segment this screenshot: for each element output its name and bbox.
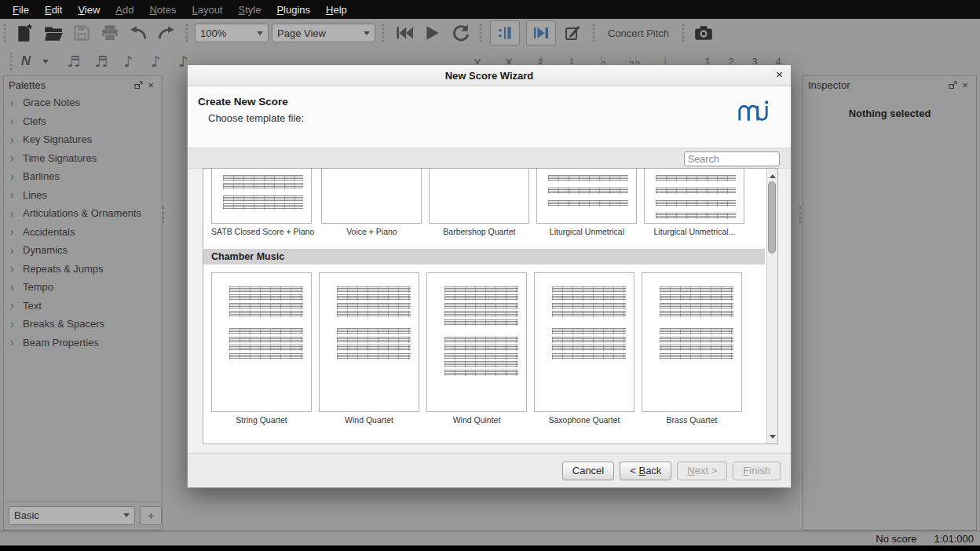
template-thumbnail bbox=[645, 169, 744, 219]
expand-chevron-icon: › bbox=[10, 299, 23, 312]
template-item[interactable]: Liturgical Unmetrical bbox=[536, 169, 637, 236]
close-panel-icon[interactable]: × bbox=[959, 78, 971, 91]
palette-item[interactable]: › Articulations & Ornaments bbox=[4, 204, 162, 223]
musescore-logo bbox=[736, 96, 770, 124]
note-input-button[interactable]: N bbox=[16, 53, 36, 69]
play-repeats-toggle[interactable] bbox=[490, 20, 520, 46]
scrollbar[interactable] bbox=[766, 169, 777, 443]
toolbar-grip bbox=[2, 24, 7, 42]
template-item[interactable]: String Quartet bbox=[211, 272, 312, 425]
palette-item[interactable]: › Dynamics bbox=[4, 241, 162, 260]
workspace-row: Basic + bbox=[4, 502, 162, 528]
note-16th-icon[interactable]: ♪ bbox=[115, 53, 142, 70]
menu-item[interactable]: Layout bbox=[184, 2, 230, 18]
template-list: SATB Closed Score + Piano Voice + Piano … bbox=[203, 168, 778, 444]
view-mode-value: Page View bbox=[277, 27, 326, 39]
toolbar-grip bbox=[591, 24, 596, 42]
palette-item[interactable]: › Barlines bbox=[4, 167, 162, 186]
redo-button[interactable] bbox=[154, 21, 179, 45]
zoom-value: 100% bbox=[200, 27, 226, 39]
next-button[interactable]: Next > bbox=[677, 462, 727, 480]
palettes-list: › Grace Notes › Clefs › Key Signatures ›… bbox=[4, 93, 162, 352]
menu-item[interactable]: Add bbox=[108, 2, 141, 18]
panel-splitter[interactable] bbox=[162, 206, 165, 223]
palette-item[interactable]: › Text bbox=[4, 297, 162, 316]
note-32nd-icon[interactable]: ♬ bbox=[87, 53, 115, 70]
new-score-button[interactable] bbox=[13, 21, 38, 45]
print-button[interactable] bbox=[97, 21, 122, 45]
toolbar-grip bbox=[381, 24, 386, 42]
dialog-titlebar[interactable]: New Score Wizard × bbox=[188, 65, 791, 86]
template-item[interactable]: Wind Quartet bbox=[319, 272, 419, 425]
palette-item[interactable]: › Tempo bbox=[4, 278, 162, 297]
cancel-button[interactable]: Cancel bbox=[562, 462, 614, 480]
toolbar-grip bbox=[185, 24, 189, 42]
template-thumbnail bbox=[322, 169, 421, 173]
menu-item[interactable]: Help bbox=[318, 2, 355, 18]
palette-item-label: Accidentals bbox=[23, 226, 75, 238]
zoom-select[interactable]: 100% bbox=[195, 24, 269, 42]
palette-item[interactable]: › Beam Properties bbox=[4, 334, 162, 352]
workspace-select[interactable]: Basic bbox=[9, 506, 135, 525]
close-panel-icon[interactable]: × bbox=[144, 78, 157, 91]
expand-chevron-icon: › bbox=[10, 225, 23, 238]
save-button[interactable] bbox=[69, 21, 94, 45]
palette-item[interactable]: › Accidentals bbox=[4, 223, 162, 242]
template-item[interactable]: Brass Quartet bbox=[642, 272, 742, 425]
palette-item[interactable]: › Grace Notes bbox=[4, 93, 162, 112]
template-item[interactable]: Wind Quintet bbox=[426, 272, 527, 425]
palette-item-label: Lines bbox=[23, 189, 47, 201]
loop-playback-button[interactable] bbox=[448, 21, 473, 45]
note-8th-icon[interactable]: ♪ bbox=[142, 53, 170, 70]
rewind-button[interactable] bbox=[391, 21, 416, 45]
float-panel-icon[interactable] bbox=[946, 78, 959, 91]
concert-pitch-toggle[interactable]: Concert Pitch bbox=[608, 27, 669, 39]
template-item[interactable]: SATB Closed Score + Piano bbox=[211, 169, 314, 236]
undo-button[interactable] bbox=[126, 21, 151, 45]
template-thumbnail bbox=[427, 273, 526, 376]
panel-splitter[interactable] bbox=[799, 206, 802, 223]
scroll-down-icon[interactable] bbox=[767, 431, 777, 442]
menu-item[interactable]: Edit bbox=[37, 2, 70, 18]
float-panel-icon[interactable] bbox=[132, 78, 144, 91]
menubar: File Edit View Add Notes Layout Style Pl… bbox=[0, 0, 980, 19]
menu-item[interactable]: View bbox=[70, 2, 108, 18]
finish-button[interactable]: Finish bbox=[733, 462, 781, 480]
template-item[interactable]: Voice + Piano bbox=[321, 169, 422, 236]
palette-item-label: Barlines bbox=[23, 170, 60, 182]
template-search-input[interactable] bbox=[684, 151, 780, 166]
chevron-down-icon[interactable] bbox=[42, 60, 49, 64]
menu-item[interactable]: Notes bbox=[141, 2, 184, 18]
metronome-icon[interactable] bbox=[561, 21, 586, 45]
image-capture-button[interactable] bbox=[691, 21, 716, 45]
palette-item[interactable]: › Repeats & Jumps bbox=[4, 260, 162, 279]
palette-item[interactable]: › Key Signatures bbox=[4, 130, 162, 149]
template-label: Barbershop Quartet bbox=[429, 227, 529, 236]
add-workspace-button[interactable]: + bbox=[140, 506, 162, 525]
template-label: Liturgical Unmetrical bbox=[536, 227, 637, 236]
palette-item[interactable]: › Clefs bbox=[4, 112, 162, 131]
scrollbar-thumb[interactable] bbox=[768, 181, 776, 254]
menu-item[interactable]: Plugins bbox=[269, 2, 318, 18]
palette-item[interactable]: › Breaks & Spacers bbox=[4, 315, 162, 334]
play-button[interactable] bbox=[419, 21, 444, 45]
expand-chevron-icon: › bbox=[10, 151, 23, 164]
template-item[interactable]: Saxophone Quartet bbox=[534, 272, 634, 425]
open-file-button[interactable] bbox=[41, 21, 66, 45]
expand-chevron-icon: › bbox=[10, 281, 23, 294]
view-mode-select[interactable]: Page View bbox=[272, 24, 375, 42]
palette-item[interactable]: › Time Signatures bbox=[4, 149, 162, 168]
palette-item-label: Grace Notes bbox=[23, 97, 80, 108]
template-item[interactable]: Liturgical Unmetrical... bbox=[644, 169, 744, 236]
scroll-up-icon[interactable] bbox=[767, 170, 777, 181]
pan-playback-toggle[interactable] bbox=[526, 20, 556, 46]
template-row-chamber: String Quartet Wind Quartet Wind Quintet bbox=[203, 272, 777, 425]
menu-item[interactable]: Style bbox=[230, 2, 269, 18]
palette-item[interactable]: › Lines bbox=[4, 186, 162, 205]
template-item[interactable]: Barbershop Quartet bbox=[429, 169, 529, 236]
back-button[interactable]: < Back bbox=[620, 462, 671, 480]
close-icon[interactable]: × bbox=[776, 68, 783, 82]
menu-item[interactable]: File bbox=[5, 2, 37, 18]
palettes-panel: Palettes × › Grace Notes › Clefs › bbox=[3, 75, 163, 531]
note-64th-icon[interactable]: ♬ bbox=[60, 53, 87, 70]
